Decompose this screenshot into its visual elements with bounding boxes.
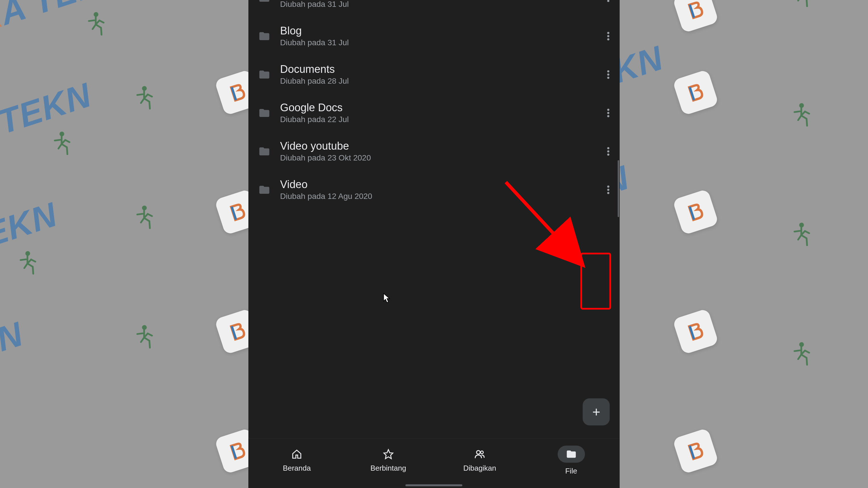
plus-icon: +: [592, 405, 600, 419]
nav-home[interactable]: Beranda: [251, 449, 343, 472]
svg-point-24: [608, 153, 610, 156]
nav-starred[interactable]: Berbintang: [343, 449, 434, 472]
svg-point-16: [608, 70, 610, 72]
more-menu-button[interactable]: [602, 184, 614, 195]
svg-point-26: [608, 189, 610, 191]
watermark-logo-icon: [672, 428, 719, 474]
svg-point-22: [608, 147, 610, 149]
folder-meta: Diubah pada 28 Jul: [280, 77, 594, 86]
nav-label: Beranda: [283, 464, 311, 472]
folder-row[interactable]: Video youtube Diubah pada 23 Okt 2020: [257, 132, 614, 171]
watermark-logo-icon: [672, 0, 719, 33]
home-icon: [291, 449, 303, 460]
folder-icon: [257, 0, 272, 4]
folder-icon: [257, 68, 272, 81]
more-menu-button[interactable]: [602, 30, 614, 42]
folder-meta: Diubah pada 12 Agu 2020: [280, 192, 594, 201]
bottom-navigation: Beranda Berbintang Dibagikan File: [248, 438, 620, 488]
more-menu-video-youtube[interactable]: [602, 146, 614, 157]
svg-point-27: [608, 192, 610, 194]
svg-point-21: [608, 115, 610, 117]
file-list[interactable]: Arsip Diubah pada 31 Jul Blog Diubah pad…: [248, 0, 620, 438]
svg-point-20: [608, 112, 610, 114]
star-icon: [383, 449, 394, 460]
svg-point-12: [608, 0, 610, 2]
svg-point-18: [608, 77, 610, 79]
svg-point-15: [608, 38, 610, 40]
folder-icon: [257, 107, 272, 119]
nav-shared[interactable]: Dibagikan: [434, 449, 525, 472]
people-icon: [474, 449, 485, 460]
watermark-logo-icon: [672, 189, 719, 235]
folder-icon: [257, 30, 272, 42]
svg-point-19: [608, 109, 610, 111]
folder-meta: Diubah pada 31 Jul: [280, 0, 594, 9]
phone-screen: Arsip Diubah pada 31 Jul Blog Diubah pad…: [248, 0, 620, 488]
folder-meta: Diubah pada 22 Jul: [280, 115, 594, 124]
new-file-fab[interactable]: +: [583, 398, 610, 425]
folder-row[interactable]: Google Docs Diubah pada 22 Jul: [257, 94, 614, 132]
svg-point-23: [608, 150, 610, 153]
folder-row[interactable]: Blog Diubah pada 31 Jul: [257, 17, 614, 55]
svg-point-30: [476, 451, 480, 454]
more-menu-button[interactable]: [602, 0, 614, 3]
nav-label: Dibagikan: [463, 464, 496, 472]
folder-name: Video: [280, 178, 594, 191]
folder-meta: Diubah pada 23 Okt 2020: [280, 153, 594, 162]
nav-files[interactable]: File: [525, 446, 617, 476]
folder-row[interactable]: Documents Diubah pada 28 Jul: [257, 55, 614, 94]
svg-point-13: [608, 32, 610, 34]
svg-point-25: [608, 185, 610, 188]
svg-point-31: [480, 451, 483, 454]
folder-icon: [565, 449, 577, 460]
nav-label: Berbintang: [370, 464, 406, 472]
nav-label: File: [565, 467, 577, 476]
folder-icon: [257, 145, 272, 157]
watermark-logo-icon: [672, 308, 719, 355]
folder-icon: [257, 184, 272, 196]
folder-name: Google Docs: [280, 101, 594, 114]
svg-point-17: [608, 73, 610, 76]
gesture-handle[interactable]: [406, 484, 463, 486]
folder-name: Documents: [280, 63, 594, 75]
folder-name: Video youtube: [280, 140, 594, 152]
folder-meta: Diubah pada 31 Jul: [280, 38, 594, 47]
folder-row[interactable]: Arsip Diubah pada 31 Jul: [257, 0, 614, 17]
watermark-logo-icon: [672, 69, 719, 116]
more-menu-button[interactable]: [602, 107, 614, 119]
more-menu-button[interactable]: [602, 69, 614, 80]
svg-point-14: [608, 35, 610, 37]
scrollbar[interactable]: [618, 0, 619, 400]
folder-row[interactable]: Video Diubah pada 12 Agu 2020: [257, 171, 614, 209]
folder-name: Blog: [280, 25, 594, 37]
